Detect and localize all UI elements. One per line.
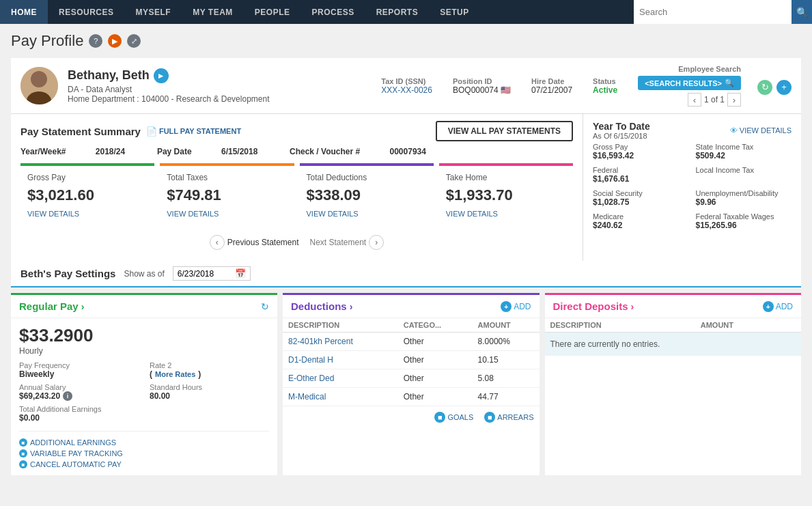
- deductions-column: Deductions › + ADD DESCRIPTION CATEGO...…: [283, 293, 540, 475]
- variable-pay-dot: ■: [19, 449, 27, 458]
- direct-deposits-add-button[interactable]: + ADD: [763, 301, 793, 312]
- help-icon[interactable]: [89, 34, 102, 48]
- total-deductions-link[interactable]: VIEW DETAILS: [307, 210, 359, 218]
- regular-pay-title: Regular Pay ›: [19, 300, 84, 312]
- prev-employee-button[interactable]: ‹: [688, 93, 701, 107]
- take-home-card: Take Home $1,933.70 VIEW DETAILS: [439, 163, 573, 225]
- next-statement-button[interactable]: Next Statement ›: [310, 235, 384, 250]
- flag-icon: 🇺🇸: [501, 85, 511, 95]
- pay-settings-header: Beth's Pay Settings Show as of 📅: [11, 261, 801, 287]
- direct-deposits-arrow-icon[interactable]: ›: [631, 301, 634, 312]
- show-as-of-label: Show as of: [124, 269, 164, 279]
- deductions-footer: ■ GOALS ■ ARREARS: [283, 406, 540, 425]
- hire-date-group: Hire Date 07/21/2007: [531, 77, 572, 95]
- deductions-arrow-icon[interactable]: ›: [350, 301, 353, 312]
- full-pay-statement-link[interactable]: 📄 FULL PAY STATEMENT: [146, 126, 241, 137]
- ded-row-3-cat: Other: [398, 388, 473, 406]
- history-icon[interactable]: ↻: [261, 301, 269, 312]
- video-icon[interactable]: [108, 34, 122, 48]
- ded-row-1-desc[interactable]: D1-Dental H: [288, 355, 333, 365]
- employee-search-section: Employee Search <SEARCH RESULTS> 🔍 ‹ 1 o…: [638, 65, 741, 107]
- view-all-pay-statements-button[interactable]: VIEW ALL PAY STATEMENTS: [436, 121, 573, 141]
- more-rates-link[interactable]: More Rates: [155, 370, 195, 378]
- ytd-local-income-tax: Local Income Tax: [696, 166, 792, 184]
- annual-salary-value: $69,243.20 i: [19, 391, 139, 401]
- variable-pay-tracking-link[interactable]: ■ VARIABLE PAY TRACKING: [19, 449, 269, 458]
- employee-name: Bethany, Beth: [68, 68, 150, 83]
- cancel-automatic-pay-link[interactable]: ■ CANCEL AUTOMATIC PAY: [19, 460, 269, 468]
- search-icon: 🔍: [725, 79, 734, 87]
- check-num-value: 00007934: [390, 147, 426, 156]
- deductions-title: Deductions ›: [291, 300, 352, 312]
- page-title: Pay Profile: [11, 32, 83, 50]
- std-hours-group: Standard Hours 80.00: [150, 383, 269, 401]
- expand-icon[interactable]: [127, 34, 141, 48]
- additional-earnings-link[interactable]: ■ ADDITIONAL EARNINGS: [19, 438, 269, 447]
- employee-name-row: Bethany, Beth ►: [68, 68, 372, 83]
- date-input[interactable]: [178, 269, 232, 279]
- add-top-icon[interactable]: +: [776, 80, 792, 95]
- statement-nav: ‹ Previous Statement Next Statement ›: [20, 231, 573, 254]
- nav-myself[interactable]: MYSELF: [125, 0, 182, 24]
- pay-settings-title: Beth's Pay Settings: [20, 268, 115, 279]
- ded-row-1-amt: 10.15: [473, 351, 540, 369]
- total-add-earn-group: Total Additional Earnings $0.00: [19, 405, 269, 423]
- arrears-link[interactable]: ■ ARREARS: [484, 412, 533, 423]
- ded-row-3-desc[interactable]: M-Medical: [288, 392, 326, 402]
- page-container: Pay Profile Bethany, Beth ► DA - Data An…: [0, 24, 812, 483]
- nav-arrows: ‹ 1 of 1 ›: [688, 93, 741, 107]
- employee-department: Home Department : 104000 - Research & De…: [68, 94, 372, 104]
- search-results-button[interactable]: <SEARCH RESULTS> 🔍: [638, 76, 741, 90]
- goals-icon: ■: [434, 412, 445, 423]
- nav-home[interactable]: HOME: [0, 0, 48, 24]
- next-employee-button[interactable]: ›: [727, 93, 741, 107]
- prev-arrow-icon: ‹: [210, 235, 225, 250]
- direct-deposits-table: DESCRIPTION AMOUNT: [545, 318, 802, 333]
- gross-pay-link[interactable]: VIEW DETAILS: [27, 210, 79, 218]
- total-taxes-link[interactable]: VIEW DETAILS: [167, 210, 219, 218]
- regular-pay-arrow-icon[interactable]: ›: [81, 301, 85, 312]
- top-nav: HOME RESOURCES MYSELF MY TEAM PEOPLE PRO…: [0, 0, 812, 24]
- ytd-view-details-link[interactable]: 👁 VIEW DETAILS: [730, 126, 792, 135]
- search-button[interactable]: 🔍: [792, 0, 812, 24]
- ded-col-description: DESCRIPTION: [283, 318, 398, 333]
- nav-items: HOME RESOURCES MYSELF MY TEAM PEOPLE PRO…: [0, 0, 634, 24]
- ded-col-category: CATEGO...: [398, 318, 473, 333]
- std-hours-label: Standard Hours: [150, 383, 269, 391]
- employee-info: Bethany, Beth ► DA - Data Analyst Home D…: [68, 68, 372, 104]
- hire-date-label: Hire Date: [531, 77, 572, 85]
- table-row: E-Other Ded Other 5.08: [283, 369, 540, 388]
- prev-statement-button[interactable]: ‹ Previous Statement: [210, 235, 299, 250]
- ded-row-0-desc[interactable]: 82-401kh Percent: [288, 337, 353, 346]
- ded-row-0-cat: Other: [398, 333, 473, 351]
- nav-reports[interactable]: REPORTS: [365, 0, 430, 24]
- calendar-icon[interactable]: 📅: [235, 268, 246, 279]
- pay-meta-row: Year/Week# 2018/24 Pay Date 6/15/2018 Ch…: [20, 147, 573, 156]
- three-col-layout: Regular Pay › ↻ $33.2900 Hourly Pay Freq…: [11, 293, 801, 475]
- dd-col-amount: AMOUNT: [695, 318, 801, 333]
- arrears-icon: ■: [484, 412, 495, 423]
- annual-salary-info-icon[interactable]: i: [63, 391, 72, 401]
- take-home-value: $1,933.70: [446, 186, 566, 204]
- table-row: M-Medical Other 44.77: [283, 388, 540, 406]
- nav-resources[interactable]: RESOURCES: [48, 0, 125, 24]
- search-input[interactable]: [634, 7, 792, 17]
- total-deductions-card: Total Deductions $338.09 VIEW DETAILS: [300, 163, 434, 225]
- nav-setup[interactable]: SETUP: [429, 0, 480, 24]
- take-home-link[interactable]: VIEW DETAILS: [446, 210, 498, 218]
- hire-date-value: 07/21/2007: [531, 85, 572, 95]
- ded-row-2-desc[interactable]: E-Other Ded: [288, 374, 334, 383]
- total-add-earn-value: $0.00: [19, 413, 269, 423]
- goals-link[interactable]: ■ GOALS: [434, 412, 473, 423]
- year-week-label: Year/Week#: [20, 147, 66, 156]
- ded-row-1-cat: Other: [398, 351, 473, 369]
- refresh-icon[interactable]: ↻: [757, 80, 772, 95]
- nav-process[interactable]: PROCESS: [301, 0, 365, 24]
- year-week-value: 2018/24: [96, 147, 125, 156]
- deductions-add-icon: +: [501, 301, 512, 312]
- nav-myteam[interactable]: MY TEAM: [182, 0, 244, 24]
- std-hours-value: 80.00: [150, 391, 269, 401]
- nav-people[interactable]: PEOPLE: [244, 0, 301, 24]
- employee-navigate-icon[interactable]: ►: [154, 68, 169, 83]
- deductions-add-button[interactable]: + ADD: [501, 301, 531, 312]
